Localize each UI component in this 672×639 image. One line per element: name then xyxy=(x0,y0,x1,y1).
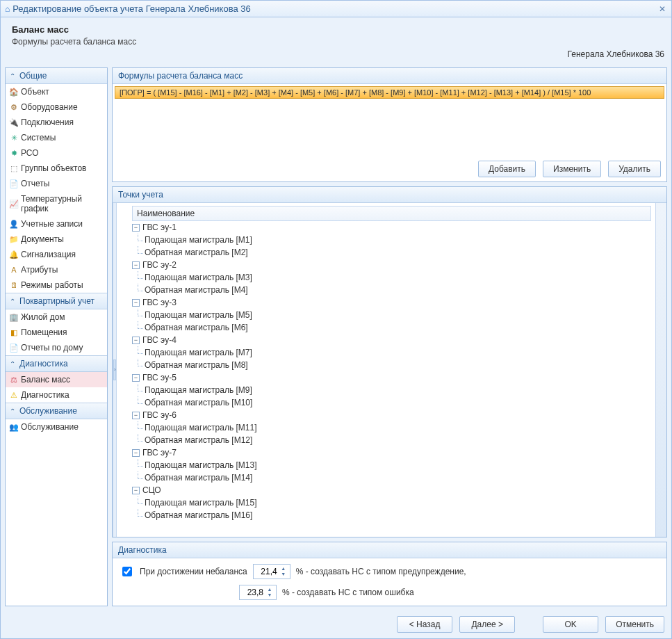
nav-section-header[interactable]: ⌃Поквартирный учет xyxy=(6,293,107,309)
tree-leaf[interactable]: Обратная магистраль [M8] xyxy=(145,359,651,371)
chevron-icon: ⌃ xyxy=(10,360,17,368)
sidebar-item[interactable]: ◧Помещения xyxy=(6,325,107,340)
imbalance-checkbox[interactable] xyxy=(122,567,132,576)
tree-group[interactable]: −СЦО xyxy=(132,484,651,496)
sidebar-item[interactable]: 📁Документы xyxy=(6,232,107,247)
sidebar-item[interactable]: 📄Отчеты по дому xyxy=(6,340,107,355)
collapse-icon[interactable]: − xyxy=(132,261,140,269)
tree-leaf[interactable]: Подающая магистраль [M7] xyxy=(145,346,651,359)
nav-item-icon: 🗓 xyxy=(9,280,19,290)
tree-leaf[interactable]: Обратная магистраль [M12] xyxy=(145,434,651,446)
add-button[interactable]: Добавить xyxy=(478,161,536,177)
close-icon[interactable]: ✕ xyxy=(657,4,667,14)
error-spinbox[interactable]: ▲▼ xyxy=(239,585,277,600)
collapse-icon[interactable]: − xyxy=(132,449,140,457)
tree-leaf-label: Подающая магистраль [M1] xyxy=(145,235,252,245)
nav-section-header[interactable]: ⌃Диагностика xyxy=(6,355,107,372)
tree-leaf-label: Подающая магистраль [M3] xyxy=(145,273,252,282)
edit-button[interactable]: Изменить xyxy=(543,161,601,177)
sidebar-item[interactable]: ⚠Диагностика xyxy=(6,387,107,403)
sidebar-item[interactable]: 🔔Сигнализация xyxy=(6,247,107,262)
next-button[interactable]: Далее > xyxy=(459,616,515,633)
sidebar-item[interactable]: 👤Учетные записи xyxy=(6,216,107,232)
sidebar: ⌃Общие🏠Объект⚙Оборудование🔌Подключения✳С… xyxy=(5,67,108,606)
tree-group[interactable]: −ГВС эу-1 xyxy=(132,221,651,234)
nav-item-label: Объект xyxy=(21,87,49,97)
spin-up-icon[interactable]: ▲ xyxy=(279,566,288,572)
nav-item-label: Обслуживание xyxy=(21,422,79,432)
collapse-icon[interactable]: − xyxy=(132,412,140,419)
tree-group[interactable]: −ГВС эу-4 xyxy=(132,334,651,346)
tree-leaf[interactable]: Подающая магистраль [M9] xyxy=(145,384,651,396)
sidebar-item[interactable]: ✳Системы xyxy=(6,130,107,145)
tree-group[interactable]: −ГВС эу-3 xyxy=(132,296,651,309)
sidebar-item[interactable]: ⚙Оборудование xyxy=(6,99,107,115)
nav-item-icon: ◧ xyxy=(9,327,19,337)
spin-up-icon[interactable]: ▲ xyxy=(265,587,274,592)
tree-leaf[interactable]: Подающая магистраль [M11] xyxy=(145,421,651,434)
back-button[interactable]: < Назад xyxy=(397,616,452,633)
tree-leaf[interactable]: Обратная магистраль [M10] xyxy=(145,396,651,409)
tree-leaf[interactable]: Подающая магистраль [M15] xyxy=(145,496,651,509)
chevron-icon: ⌃ xyxy=(10,298,17,305)
tree-group[interactable]: −ГВС эу-2 xyxy=(132,259,651,271)
tree-leaf[interactable]: Подающая магистраль [M1] xyxy=(145,234,651,246)
nav-section-header[interactable]: ⌃Обслуживание xyxy=(6,403,107,419)
tree-group[interactable]: −ГВС эу-5 xyxy=(132,371,651,384)
tree-group-label: ГВС эу-7 xyxy=(142,448,177,458)
sidebar-item[interactable]: 🏠Объект xyxy=(6,84,107,99)
warning-spinbox[interactable]: ▲▼ xyxy=(253,564,290,579)
collapse-icon[interactable]: − xyxy=(132,337,140,344)
nav-item-label: Помещения xyxy=(21,327,67,337)
tree-leaf[interactable]: Подающая магистраль [M5] xyxy=(145,309,651,321)
formula-row[interactable]: [ПОГР] = ( [M15] - [M16] - [M1] + [M2] -… xyxy=(115,86,664,99)
sidebar-item[interactable]: 🏢Жилой дом xyxy=(6,309,107,325)
sidebar-item[interactable]: ⬚Группы объектов xyxy=(6,161,107,176)
tree-leaf[interactable]: Обратная магистраль [M14] xyxy=(145,471,651,484)
nav-item-icon: 📈 xyxy=(9,199,19,209)
nav-section-header[interactable]: ⌃Общие xyxy=(6,68,107,84)
sidebar-item[interactable]: 👥Обслуживание xyxy=(6,419,107,435)
nav-section-label: Поквартирный учет xyxy=(19,296,95,306)
tree-leaf[interactable]: Подающая магистраль [M13] xyxy=(145,459,651,471)
sidebar-item[interactable]: ⚖Баланс масс xyxy=(6,372,107,387)
scrollbar[interactable] xyxy=(655,203,666,537)
tree-group[interactable]: −ГВС эу-6 xyxy=(132,409,651,421)
ok-button[interactable]: OK xyxy=(543,616,598,633)
sidebar-item[interactable]: AАтрибуты xyxy=(6,262,107,277)
sidebar-item[interactable]: 🗓Режимы работы xyxy=(6,277,107,293)
tree-leaf[interactable]: Обратная магистраль [M6] xyxy=(145,321,651,334)
tree-leaf-label: Подающая магистраль [M13] xyxy=(145,460,257,470)
tree-leaf[interactable]: Подающая магистраль [M3] xyxy=(145,271,651,284)
nav-item-icon: 👥 xyxy=(9,422,19,432)
nav-item-icon: 🏢 xyxy=(9,312,19,322)
points-panel-title: Точки учета xyxy=(113,187,666,203)
spin-down-icon[interactable]: ▼ xyxy=(265,592,274,598)
delete-button[interactable]: Удалить xyxy=(608,161,661,177)
spin-down-icon[interactable]: ▼ xyxy=(279,572,288,577)
sidebar-item[interactable]: 📄Отчеты xyxy=(6,176,107,191)
cancel-button[interactable]: Отменить xyxy=(605,616,664,633)
sidebar-item[interactable]: ✸РСО xyxy=(6,145,107,161)
tree-group-label: ГВС эу-5 xyxy=(142,373,177,382)
collapse-icon[interactable]: − xyxy=(132,487,140,494)
tree-group[interactable]: −ГВС эу-7 xyxy=(132,446,651,459)
nav-item-icon: ⚖ xyxy=(9,375,19,385)
sidebar-item[interactable]: 📈Температурный график xyxy=(6,191,107,216)
collapse-icon[interactable]: − xyxy=(132,224,140,232)
collapse-icon[interactable]: − xyxy=(132,299,140,307)
nav-item-icon: 🔌 xyxy=(9,118,19,127)
collapse-icon[interactable]: − xyxy=(132,374,140,382)
warning-value[interactable] xyxy=(254,567,279,576)
tree-leaf-label: Обратная магистраль [M16] xyxy=(145,510,252,520)
error-value[interactable] xyxy=(240,588,265,597)
tree-leaf[interactable]: Обратная магистраль [M16] xyxy=(145,509,651,521)
column-header-name[interactable]: Наименование xyxy=(132,206,651,221)
tree-leaf[interactable]: Обратная магистраль [M2] xyxy=(145,246,651,259)
sidebar-item[interactable]: 🔌Подключения xyxy=(6,115,107,130)
titlebar[interactable]: ⌂ Редактирование объекта учета Генерала … xyxy=(1,1,671,17)
tree-group-label: ГВС эу-6 xyxy=(142,410,177,420)
tree-leaf[interactable]: Обратная магистраль [M4] xyxy=(145,284,651,296)
nav-section-label: Обслуживание xyxy=(19,406,77,416)
tree-leaf-label: Обратная магистраль [M14] xyxy=(145,473,252,483)
